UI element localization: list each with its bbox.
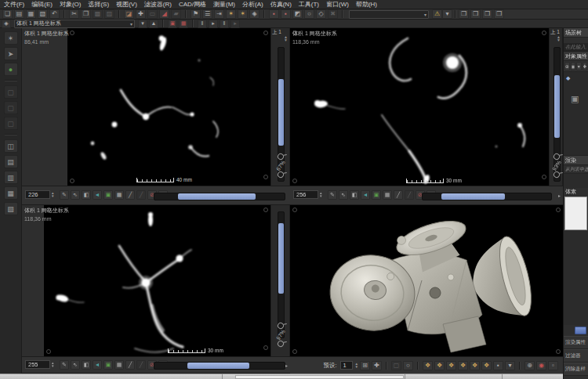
toolbar-icon[interactable]: ◢ [159, 9, 169, 19]
toolbar-icon[interactable]: ▪ [269, 9, 279, 19]
toolbar-icon[interactable]: ✶ [226, 9, 236, 19]
toolbar-icon[interactable]: ⇥ [214, 9, 224, 19]
view-preset-icon[interactable]: ✚ [372, 361, 382, 370]
toolbar-icon[interactable]: ▩ [93, 9, 103, 19]
view-preset-icon[interactable]: ❖ [481, 361, 492, 370]
view-handle-icon[interactable] [556, 349, 561, 354]
toolbar-icon[interactable]: ◪ [124, 9, 134, 19]
toolbar-icon[interactable]: ❏ [2, 9, 13, 19]
render-option-row[interactable]: 消除走样 [564, 363, 588, 376]
toolbar-icon[interactable] [64, 10, 65, 18]
viewport-bottom-left[interactable]: 30 mm 体积 1 网格坐标系 118,36 mm [22, 205, 270, 356]
window-layout-icon[interactable]: ❒ [459, 9, 469, 19]
toolbar-icon[interactable]: ◈ [249, 9, 260, 19]
toolbar-icon[interactable]: ↶ [49, 9, 60, 19]
viewport-top-left[interactable]: 40 mm 体积 1 网格坐标系 86,41 mm [22, 28, 270, 186]
view-handle-icon[interactable] [292, 349, 297, 354]
menu-item[interactable]: 仿真(N) [270, 0, 292, 9]
menu-item[interactable]: 滤波器(R) [144, 0, 172, 9]
view-preset-icon[interactable]: ⊕ [524, 361, 535, 370]
slice-tool-icon[interactable]: ✎ [60, 360, 69, 370]
slice-tool-icon[interactable]: ▦ [114, 190, 124, 200]
tree-item-icon[interactable]: ◆ [566, 75, 570, 81]
toolbar-icon[interactable]: ⚑ [191, 9, 201, 19]
menu-item[interactable]: 工具(T) [299, 0, 319, 9]
scene-tree-tool-icon[interactable]: ▾ [576, 62, 582, 70]
render-option-row[interactable]: 过滤器 [564, 349, 588, 363]
tool-palette-icon[interactable]: ▢ [4, 85, 18, 99]
view-preset-icon[interactable]: ❖ [470, 361, 480, 370]
view-handle-icon[interactable] [542, 175, 546, 179]
tool-palette-icon[interactable] [5, 134, 17, 135]
slice-number-input[interactable]: 226 [25, 190, 50, 199]
scene-tree-tool-icon[interactable]: ⊕ [564, 62, 570, 70]
toolbar-icon[interactable]: ○ [304, 9, 314, 19]
view-preset-icon[interactable] [519, 362, 521, 370]
coordinate-tool-icon[interactable] [192, 20, 194, 27]
tool-palette-icon[interactable]: ▦ [4, 186, 18, 200]
coordinate-tool-icon[interactable]: ‖ [198, 20, 207, 28]
preset-spinner[interactable]: ▲▼ [355, 363, 358, 369]
scrollbar-thumb[interactable] [441, 193, 505, 200]
slice-tool-icon[interactable]: ⇖ [339, 190, 348, 200]
toolbar-icon[interactable] [118, 10, 120, 18]
view-preset-icon[interactable]: ⊞ [360, 361, 370, 370]
toolbar-icon[interactable]: ✶ [238, 9, 248, 19]
view-handle-icon[interactable] [263, 345, 268, 350]
view-preset-icon[interactable]: ▢ [391, 361, 401, 370]
slice-spinner[interactable]: ▲▼ [51, 362, 54, 368]
coordinate-tool-icon[interactable]: ‖ [220, 20, 229, 28]
viewport-top-right[interactable]: 30 mm 体积 1 网格坐标系 118,36 mm [290, 28, 549, 186]
window-layout-icon[interactable]: ❒ [470, 9, 481, 19]
slice-tool-icon[interactable]: ◄ [93, 360, 102, 370]
slice-tool-icon[interactable]: ◧ [350, 190, 359, 200]
tool-palette-icon[interactable]: ▢ [4, 101, 18, 114]
axis-spinner[interactable]: ▲▼ [284, 35, 288, 42]
coordinate-tool-icon[interactable] [162, 20, 164, 27]
slice-tool-icon[interactable]: ▦ [114, 360, 124, 370]
view-handle-icon[interactable] [263, 208, 268, 212]
slice-image-bottom-left[interactable]: 30 mm [44, 205, 270, 356]
menu-item[interactable]: 选择(S) [88, 0, 109, 9]
view-preset-icon[interactable]: ▪ [493, 361, 503, 370]
view-handle-icon[interactable] [292, 208, 297, 212]
scene-tree-tool-icon[interactable]: ✚ [583, 62, 588, 70]
object-properties-header[interactable]: 对象属性 [564, 52, 588, 61]
horizontal-scrollbar[interactable] [154, 193, 285, 200]
slice-tool-icon[interactable]: ╱ [405, 190, 414, 200]
slice-tool-icon[interactable]: ╱ [394, 190, 403, 200]
coordinate-tool-icon[interactable]: ▦ [179, 20, 188, 28]
view-preset-icon[interactable]: ❖ [446, 361, 456, 370]
view-handle-icon[interactable] [556, 208, 561, 212]
tool-palette-icon[interactable]: ▤ [4, 155, 18, 168]
tool-palette-icon[interactable]: ▥ [4, 171, 18, 184]
slice-tool-icon[interactable]: ◧ [82, 190, 91, 200]
toolbar-icon[interactable]: ☰ [202, 9, 212, 19]
tool-palette-icon[interactable]: ➤ [4, 47, 18, 60]
toolbar-icon[interactable]: ▨ [104, 9, 114, 19]
slice-tool-icon[interactable]: ╱ [136, 190, 146, 200]
zoom-out-icon[interactable] [276, 170, 285, 179]
tool-palette-icon[interactable]: ✶ [4, 31, 18, 45]
view-preset-icon[interactable]: ❖ [423, 361, 433, 370]
slice-number-input[interactable]: 256 [293, 190, 318, 199]
toolbar-icon[interactable] [185, 10, 187, 18]
toolbar-icon[interactable] [263, 10, 265, 18]
view-handle-icon[interactable] [292, 179, 297, 183]
coordinate-tool-icon[interactable]: ▣ [168, 20, 177, 28]
scene-filter-input[interactable] [564, 43, 588, 52]
menu-item[interactable]: 视图(V) [116, 0, 137, 9]
registration-combo[interactable]: ▾ [349, 10, 429, 19]
scroll-right-icon[interactable]: ▸ [285, 363, 288, 368]
slice-tool-icon[interactable]: ◄ [361, 190, 370, 200]
render-mode-dropdown[interactable] [564, 197, 587, 230]
slice-tool-icon[interactable]: ╱ [125, 360, 135, 370]
slice-image-top-left[interactable]: 40 mm [67, 28, 270, 186]
zoom-out-icon[interactable] [276, 339, 285, 348]
coordinate-system-combo[interactable]: 体积 1 网格坐标系 ▾ [14, 20, 135, 28]
menu-item[interactable]: 测量(M) [213, 0, 235, 9]
view-handle-icon[interactable] [70, 31, 74, 35]
scroll-right-icon[interactable]: ▸ [558, 193, 561, 198]
tool-palette-icon[interactable]: ▢ [4, 117, 18, 130]
horizontal-scrollbar[interactable] [422, 193, 552, 200]
